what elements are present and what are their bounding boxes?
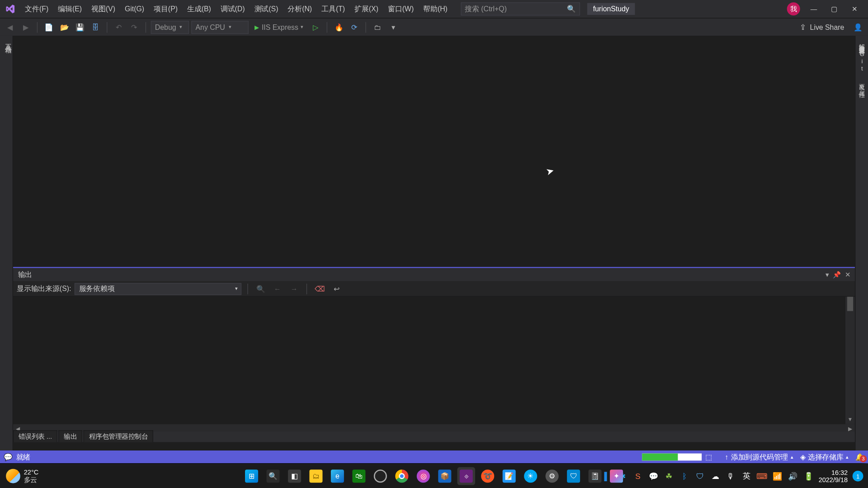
output-next-icon[interactable]: → <box>288 282 301 295</box>
output-prev-icon[interactable]: ← <box>271 282 284 295</box>
project-name-button[interactable]: furionStudy <box>587 3 635 15</box>
menu-debug[interactable]: 调试(D) <box>216 1 250 16</box>
close-button[interactable]: ✕ <box>844 0 864 18</box>
taskbar-vbox[interactable]: 📦 <box>436 467 454 485</box>
side-tab-properties[interactable]: 属性 <box>858 86 866 88</box>
feedback-icon[interactable]: 👤 <box>851 20 864 33</box>
output-clear-icon[interactable]: ⌫ <box>313 282 326 295</box>
progress-stop-icon[interactable]: ⬚ <box>705 453 712 461</box>
panel-dropdown-icon[interactable]: ▾ <box>826 271 829 278</box>
save-icon[interactable]: 💾 <box>73 20 86 33</box>
menu-test[interactable]: 测试(S) <box>250 1 283 16</box>
taskbar-chrome[interactable] <box>393 467 411 485</box>
maximize-button[interactable]: ▢ <box>824 0 844 18</box>
panel-pin-icon[interactable]: 📌 <box>833 271 841 278</box>
taskbar-security[interactable]: 🛡 <box>565 467 583 485</box>
start-no-debug-icon[interactable]: ▷ <box>309 20 322 33</box>
nav-forward-icon[interactable]: ▶ <box>19 20 32 33</box>
output-scrollbar-vertical[interactable]: ▲ ▼ <box>845 297 855 424</box>
tray-volume-icon[interactable]: 🔊 <box>788 471 798 482</box>
status-select-repo[interactable]: ◈ 选择存储库 ▴ <box>800 452 849 462</box>
status-notifications[interactable]: 🔔 3 <box>855 453 864 461</box>
menu-edit[interactable]: 编辑(E) <box>53 1 87 16</box>
tray-notification-badge[interactable]: 1 <box>853 471 863 482</box>
status-ready: 就绪 <box>16 452 31 462</box>
tray-wechat-icon[interactable]: 💬 <box>648 471 659 482</box>
solution-platform-dropdown[interactable]: Any CPU▾ <box>191 20 249 33</box>
tray-cloud-icon[interactable]: ☁ <box>710 471 721 482</box>
taskbar-notes[interactable]: 📓 <box>586 467 604 485</box>
taskbar-dell[interactable] <box>372 467 390 485</box>
panel-close-icon[interactable]: ✕ <box>845 271 850 278</box>
taskbar-search[interactable]: 🔍 <box>264 467 282 485</box>
tray-clock[interactable]: 16:32 2022/9/18 <box>819 469 848 483</box>
account-avatar[interactable]: 我 <box>787 2 800 15</box>
start-debug-button[interactable]: ▶ IIS Express ▾ <box>251 20 307 33</box>
taskbar-weather[interactable]: 22°C 多云 <box>0 468 44 484</box>
side-tab-solution-explorer[interactable]: 解决方案资源管理器 <box>858 39 866 45</box>
menu-analyze[interactable]: 分析(N) <box>283 1 317 16</box>
open-file-icon[interactable]: 📂 <box>58 20 71 33</box>
redo-icon[interactable]: ↷ <box>127 20 141 33</box>
menu-window[interactable]: 窗口(W) <box>383 1 418 16</box>
tray-sogou-icon[interactable]: S <box>632 471 643 482</box>
menu-tools[interactable]: 工具(T) <box>317 1 350 16</box>
live-share-button[interactable]: ⇪ Live Share <box>795 23 849 32</box>
undo-icon[interactable]: ↶ <box>112 20 125 33</box>
weather-desc: 多云 <box>24 475 38 484</box>
taskbar-settings[interactable]: ⚙ <box>543 467 561 485</box>
nav-back-icon[interactable]: ◀ <box>4 20 17 33</box>
output-text-area[interactable]: ▲ ▼ ◀ ▶ <box>13 297 855 434</box>
side-tab-git-changes[interactable]: Git 更改 <box>858 51 866 80</box>
taskbar-explorer[interactable]: 🗂 <box>307 467 325 485</box>
find-in-files-icon[interactable]: 🗀 <box>371 20 384 33</box>
menu-file[interactable]: 文件(F) <box>20 1 53 16</box>
menu-git[interactable]: Git(G) <box>120 2 149 15</box>
status-source-control[interactable]: ↑ 添加到源代码管理 ▴ <box>725 452 793 462</box>
menu-ext[interactable]: 扩展(X) <box>350 1 383 16</box>
tray-shield-icon[interactable]: 🛡 <box>694 471 705 482</box>
hot-reload-icon[interactable]: 🔥 <box>332 20 345 33</box>
live-share-icon: ⇪ <box>800 23 807 32</box>
tray-app4-icon[interactable]: ☘ <box>664 471 675 482</box>
taskbar-todesk[interactable]: ➰ <box>479 467 497 485</box>
menu-build[interactable]: 生成(B) <box>183 1 216 16</box>
solution-config-dropdown[interactable]: Debug▾ <box>151 20 189 33</box>
tray-bluetooth-icon[interactable]: ᛒ <box>679 471 690 482</box>
tab-output[interactable]: 输出 <box>59 430 83 442</box>
toolbar-overflow-icon[interactable]: ▾ <box>387 20 400 33</box>
tray-mic-icon[interactable]: 🎙 <box>726 471 736 482</box>
taskbar-store[interactable]: 🛍 <box>350 467 368 485</box>
tab-package-console[interactable]: 程序包管理器控制台 <box>84 430 153 442</box>
tray-sogou2-icon[interactable]: ⌨ <box>757 471 768 482</box>
tab-error-list[interactable]: 错误列表 ... <box>13 430 57 442</box>
new-project-icon[interactable]: 📄 <box>42 20 56 33</box>
tray-ime-icon[interactable]: 英 <box>741 471 752 482</box>
scroll-down-icon[interactable]: ▼ <box>845 415 855 424</box>
taskbar-visualstudio[interactable]: ⟐ <box>457 467 475 485</box>
menu-project[interactable]: 项目(P) <box>149 1 183 16</box>
taskbar-ai[interactable]: ✦ <box>608 467 626 485</box>
taskbar-taskview[interactable]: ◧ <box>286 467 304 485</box>
output-find-icon[interactable]: 🔍 <box>254 282 267 295</box>
search-input[interactable]: 搜索 (Ctrl+Q) 🔍 <box>461 2 580 15</box>
menu-help[interactable]: 帮助(H) <box>419 1 453 16</box>
output-wordwrap-icon[interactable]: ↩ <box>330 282 343 295</box>
save-all-icon[interactable]: 🗄 <box>89 20 102 33</box>
output-source-dropdown[interactable]: 服务依赖项 ▾ <box>75 283 241 295</box>
side-tab-toolbox[interactable]: 工具箱 <box>0 36 13 450</box>
output-toolbar: 显示输出来源(S): 服务依赖项 ▾ 🔍 ← → ⌫ ↩ <box>13 281 855 296</box>
scroll-thumb[interactable] <box>847 297 853 311</box>
minimize-button[interactable]: — <box>804 0 824 18</box>
taskbar-camera[interactable]: ◎ <box>414 467 432 485</box>
taskbar-start[interactable]: ⊞ <box>243 467 261 485</box>
tray-wifi-icon[interactable]: 📶 <box>772 471 783 482</box>
taskbar-wps[interactable]: 📝 <box>500 467 518 485</box>
taskbar-sunlogin[interactable]: ☀ <box>522 467 540 485</box>
taskbar-edge[interactable]: e <box>329 467 347 485</box>
output-panel-titlebar[interactable]: 输出 ▾ 📌 ✕ <box>13 268 855 281</box>
tray-battery-icon[interactable]: 🔋 <box>803 471 814 482</box>
status-output-icon[interactable]: 💬 <box>4 453 13 461</box>
browser-refresh-icon[interactable]: ⟳ <box>348 20 361 33</box>
menu-view[interactable]: 视图(V) <box>87 1 120 16</box>
